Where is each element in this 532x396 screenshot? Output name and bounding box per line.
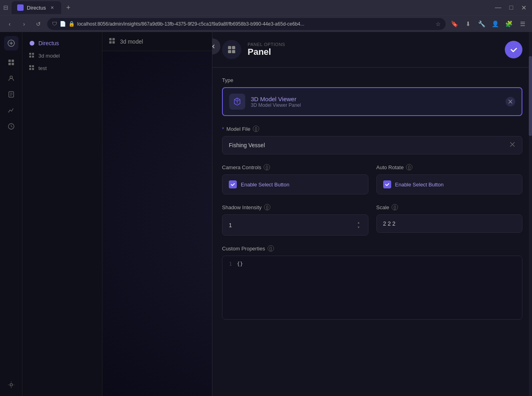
tab-manage-icon[interactable]: ⊟	[3, 4, 8, 11]
auto-rotate-info-icon[interactable]: {}	[406, 164, 412, 170]
svg-rect-11	[32, 53, 34, 55]
panel-confirm-button[interactable]	[505, 41, 522, 58]
camera-controls-label: Camera Controls {}	[222, 164, 368, 170]
star-icon[interactable]: ☆	[436, 21, 441, 27]
tab-bar: Directus ✕ +	[12, 1, 489, 14]
shield-icon: 🛡	[52, 21, 57, 27]
sidebar-icon-activity[interactable]	[4, 119, 18, 134]
custom-properties-label: Custom Properties {}	[222, 245, 522, 252]
scale-label: Scale {}	[376, 204, 523, 210]
auto-rotate-checkbox[interactable]: Enable Select Button	[376, 174, 523, 194]
shadow-intensity-info-icon[interactable]: {}	[264, 204, 270, 210]
content-area: 3d model ✕	[102, 32, 532, 396]
shadow-intensity-down[interactable]: ▼	[356, 225, 362, 230]
svg-rect-4	[12, 63, 14, 65]
bookmark-icon[interactable]: 🔖	[449, 18, 460, 30]
panel-title-area: Panel Options Panel	[248, 42, 498, 57]
app-sidebar: Directus 3d model	[22, 32, 102, 396]
toolbar-actions: 🔖 ⬇ 🔧 👤 🧩 ☰	[449, 18, 528, 30]
panel-title: Panel	[248, 47, 498, 57]
tab-close-button[interactable]: ✕	[49, 4, 56, 11]
3d-model-icon	[29, 52, 34, 59]
type-selector-icon	[229, 94, 245, 110]
sidebar-item-3d-model-label: 3d model	[38, 53, 60, 59]
shadow-intensity-value: 1	[229, 222, 356, 228]
sidebar-icon-insights[interactable]	[4, 103, 18, 118]
code-content: {}	[237, 261, 517, 267]
svg-rect-22	[228, 46, 231, 49]
svg-rect-20	[109, 41, 112, 44]
custom-properties-info-icon[interactable]: {}	[268, 245, 274, 252]
svg-rect-18	[109, 38, 112, 40]
address-bar[interactable]: 🛡 📄 🔒 localhost:8056/admin/insights/867a…	[47, 18, 446, 30]
panel-scrollbar[interactable]	[529, 32, 532, 396]
grid-view-icon[interactable]	[109, 38, 115, 46]
sidebar-item-test[interactable]: test	[22, 62, 102, 74]
svg-rect-2	[12, 60, 14, 62]
type-description: 3D Model Viewer Panel	[251, 102, 500, 108]
menu-icon[interactable]: ☰	[517, 18, 528, 30]
sidebar-logo[interactable]	[4, 36, 18, 50]
svg-rect-1	[8, 60, 11, 62]
camera-auto-section: Camera Controls {} Enable Select Button	[222, 164, 522, 194]
scale-value: 2 2 2	[383, 220, 516, 227]
type-selector[interactable]: 3D Model Viewer 3D Model Viewer Panel	[222, 87, 522, 116]
shadow-intensity-section: Shadow Intensity {} 1 ▲ ▼	[222, 204, 368, 236]
profile-icon[interactable]: 👤	[490, 18, 501, 30]
minimize-button[interactable]: —	[492, 3, 504, 12]
svg-point-5	[10, 76, 12, 78]
forward-button[interactable]: ›	[18, 18, 30, 30]
type-info: 3D Model Viewer 3D Model Viewer Panel	[251, 96, 500, 108]
camera-controls-checkbox-label: Enable Select Button	[241, 182, 289, 188]
auto-rotate-label: Auto Rotate {}	[376, 164, 523, 170]
sidebar-icon-settings[interactable]	[4, 378, 18, 392]
lock-icon: 🔒	[68, 21, 75, 27]
camera-controls-info-icon[interactable]: {}	[264, 164, 270, 170]
refresh-button[interactable]: ↺	[33, 18, 44, 30]
svg-rect-19	[112, 38, 115, 40]
test-icon	[29, 65, 34, 72]
model-file-info-icon[interactable]: {}	[253, 126, 259, 132]
auto-rotate-check-icon	[383, 180, 391, 188]
app-sidebar-header: Directus	[22, 37, 102, 50]
scrollbar-thumb[interactable]	[529, 56, 532, 136]
browser-titlebar: ⊟ Directus ✕ + — □ ✕	[0, 0, 532, 15]
svg-rect-23	[232, 46, 235, 49]
close-button[interactable]: ✕	[519, 3, 529, 12]
shadow-intensity-field[interactable]: 1 ▲ ▼	[222, 214, 368, 236]
maximize-button[interactable]: □	[507, 3, 516, 12]
camera-controls-section: Camera Controls {} Enable Select Button	[222, 164, 368, 194]
shadow-intensity-spinners: ▲ ▼	[356, 220, 362, 230]
back-button[interactable]: ‹	[4, 18, 15, 30]
svg-rect-15	[32, 65, 34, 67]
shadow-intensity-label: Shadow Intensity {}	[222, 204, 368, 210]
url-text: localhost:8056/admin/insights/867a9d9b-1…	[77, 21, 433, 27]
sidebar-icon-files[interactable]	[4, 87, 18, 102]
camera-controls-checkbox[interactable]: Enable Select Button	[222, 174, 368, 194]
browser-tab-directus[interactable]: Directus ✕	[12, 1, 61, 14]
model-file-field[interactable]: Fishing Vessel	[222, 136, 522, 154]
sidebar-icon-users[interactable]	[4, 71, 18, 86]
type-clear-button[interactable]	[506, 97, 515, 106]
extensions-icon[interactable]: 🧩	[503, 18, 514, 30]
model-file-value: Fishing Vessel	[229, 142, 509, 148]
sidebar-icon-collections[interactable]	[4, 55, 18, 70]
sidebar-item-3d-model[interactable]: 3d model	[22, 50, 102, 62]
main-area: Directus 3d model	[0, 32, 532, 396]
shadow-intensity-up[interactable]: ▲	[356, 220, 362, 225]
panel-body: Type 3D Model Viewer 3D Model Viewer Pan…	[212, 68, 532, 396]
tab-favicon	[17, 4, 24, 11]
window-controls: — □ ✕	[492, 3, 529, 12]
svg-rect-17	[32, 68, 34, 70]
svg-rect-3	[8, 63, 11, 65]
scale-field[interactable]: 2 2 2	[376, 214, 523, 233]
new-tab-button[interactable]: +	[63, 2, 74, 13]
svg-rect-21	[112, 41, 115, 44]
auto-rotate-checkbox-label: Enable Select Button	[395, 182, 444, 188]
model-file-clear-button[interactable]	[509, 141, 516, 149]
custom-properties-editor[interactable]: 1 {}	[222, 256, 522, 320]
svg-rect-13	[32, 56, 34, 58]
tools-icon[interactable]: 🔧	[476, 18, 487, 30]
download-icon[interactable]: ⬇	[462, 18, 474, 30]
scale-info-icon[interactable]: {}	[392, 204, 398, 210]
